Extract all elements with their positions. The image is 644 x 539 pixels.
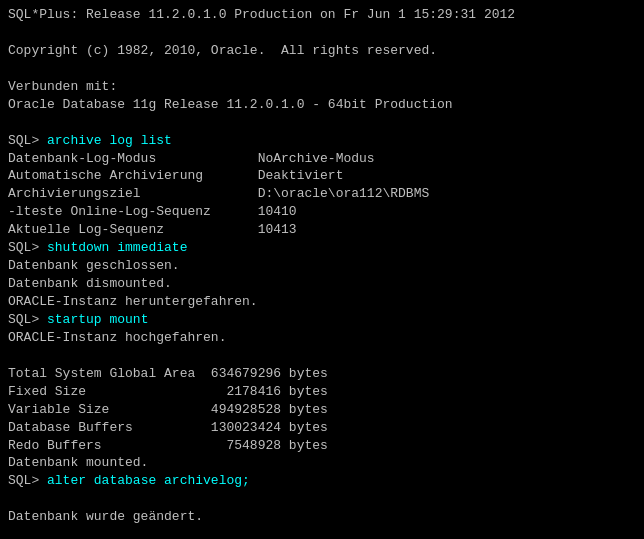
terminal-line: SQL*Plus: Release 11.2.0.1.0 Production … [8,6,636,24]
sql-command: archive log list [47,133,172,148]
terminal-line: Oracle Database 11g Release 11.2.0.1.0 -… [8,96,636,114]
blank-line [8,114,636,132]
terminal-window: SQL*Plus: Release 11.2.0.1.0 Production … [0,0,644,539]
terminal-line: SQL> archive log list [8,132,636,150]
terminal-line: Variable Size 494928528 bytes [8,401,636,419]
terminal-line: SQL> alter database archivelog; [8,472,636,490]
blank-line [8,490,636,508]
terminal-line: SQL> startup mount [8,311,636,329]
terminal-line: Verbunden mit: [8,78,636,96]
sql-prompt: SQL> [8,133,47,148]
sql-prompt: SQL> [8,240,47,255]
terminal-line: -lteste Online-Log-Sequenz 10410 [8,203,636,221]
sql-prompt: SQL> [8,473,47,488]
terminal-line: Datenbank geschlossen. [8,257,636,275]
terminal-line: Aktuelle Log-Sequenz 10413 [8,221,636,239]
sql-command: shutdown immediate [47,240,187,255]
sql-command: startup mount [47,312,148,327]
sql-prompt: SQL> [8,312,47,327]
terminal-line: Datenbank mounted. [8,454,636,472]
sql-command: alter database archivelog; [47,473,250,488]
blank-line [8,24,636,42]
terminal-line: Fixed Size 2178416 bytes [8,383,636,401]
terminal-line: Copyright (c) 1982, 2010, Oracle. All ri… [8,42,636,60]
blank-line [8,347,636,365]
terminal-line: Automatische Archivierung Deaktiviert [8,167,636,185]
terminal-line: ORACLE-Instanz hochgefahren. [8,329,636,347]
blank-line [8,526,636,539]
terminal-line: ORACLE-Instanz heruntergefahren. [8,293,636,311]
blank-line [8,60,636,78]
terminal-line: SQL> shutdown immediate [8,239,636,257]
terminal-line: Total System Global Area 634679296 bytes [8,365,636,383]
terminal-line: Datenbank wurde geändert. [8,508,636,526]
terminal-line: Redo Buffers 7548928 bytes [8,437,636,455]
terminal-line: Datenbank dismounted. [8,275,636,293]
terminal-line: Archivierungsziel D:\oracle\ora112\RDBMS [8,185,636,203]
terminal-line: Datenbank-Log-Modus NoArchive-Modus [8,150,636,168]
terminal-line: Database Buffers 130023424 bytes [8,419,636,437]
